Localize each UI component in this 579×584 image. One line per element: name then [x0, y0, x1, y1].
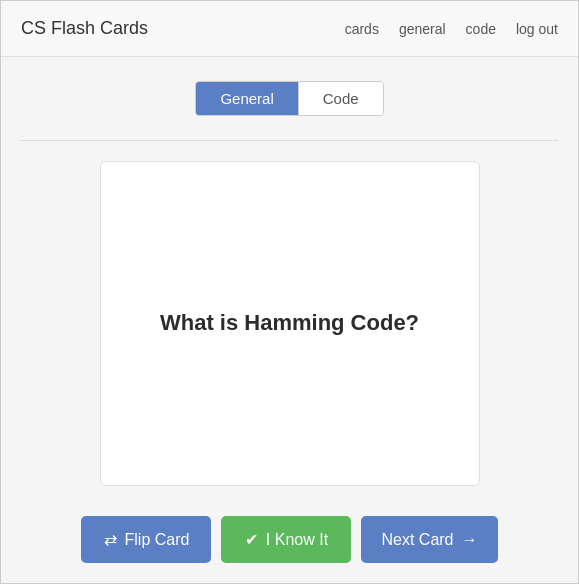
navbar: CS Flash Cards cards general code log ou…: [1, 1, 578, 57]
flip-icon: ⇄: [104, 530, 117, 549]
action-buttons: ⇄ Flip Card ✔ I Know It Next Card →: [21, 516, 558, 563]
flip-card-button[interactable]: ⇄ Flip Card: [81, 516, 211, 563]
navbar-brand: CS Flash Cards: [21, 18, 345, 39]
navbar-nav: cards general code log out: [345, 20, 558, 38]
tab-code[interactable]: Code: [298, 82, 383, 115]
next-card-label: Next Card: [381, 531, 453, 549]
nav-link-general[interactable]: general: [399, 21, 446, 37]
check-icon: ✔: [245, 530, 258, 549]
nav-item-logout[interactable]: log out: [516, 20, 558, 38]
nav-item-cards[interactable]: cards: [345, 20, 379, 38]
nav-item-code[interactable]: code: [466, 20, 496, 38]
arrow-right-icon: →: [462, 531, 478, 549]
nav-item-general[interactable]: general: [399, 20, 446, 38]
divider: [21, 140, 558, 141]
flash-card-question: What is Hamming Code?: [160, 308, 419, 339]
flip-card-label: Flip Card: [125, 531, 190, 549]
tab-group: General Code: [195, 81, 383, 116]
know-it-label: I Know It: [266, 531, 328, 549]
flash-card: What is Hamming Code?: [100, 161, 480, 486]
main-content: General Code What is Hamming Code? ⇄ Fli…: [1, 57, 578, 583]
nav-link-code[interactable]: code: [466, 21, 496, 37]
next-card-button[interactable]: Next Card →: [361, 516, 497, 563]
nav-link-cards[interactable]: cards: [345, 21, 379, 37]
app-container: CS Flash Cards cards general code log ou…: [0, 0, 579, 584]
tab-general[interactable]: General: [196, 82, 297, 115]
nav-link-logout[interactable]: log out: [516, 21, 558, 37]
know-it-button[interactable]: ✔ I Know It: [221, 516, 351, 563]
